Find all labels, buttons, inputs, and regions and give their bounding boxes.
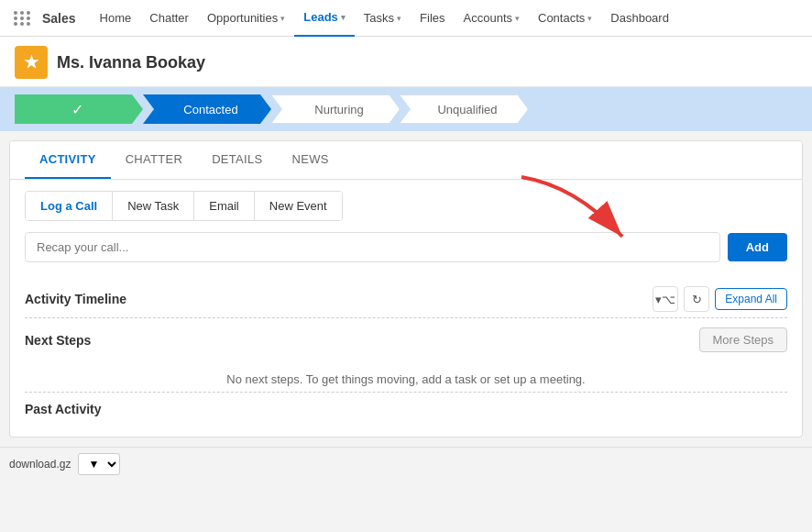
next-steps-section: Next Steps More Steps [25,317,787,361]
action-tabs: Log a Call New Task Email New Event [25,191,343,221]
recap-input-row: Add [25,232,787,262]
timeline-actions: ▾⌥ ↻ Expand All [653,286,787,312]
bottom-select[interactable]: ▼ [78,453,120,475]
past-activity-section: Past Activity [25,392,787,426]
tab-activity[interactable]: ACTIVITY [25,141,111,179]
nav-item-contacts[interactable]: Contacts ▾ [529,0,601,37]
add-button[interactable]: Add [728,233,787,261]
record-title: Ms. Ivanna Bookay [57,53,205,72]
activity-panel: Log a Call New Task Email New Event [10,180,802,437]
expand-all-button[interactable]: Expand All [715,288,787,310]
tab-chatter[interactable]: CHATTER [111,141,198,179]
nav-item-dashboard[interactable]: Dashboard [601,0,678,37]
more-steps-button[interactable]: More Steps [699,327,787,352]
next-steps-empty: No next steps. To get things moving, add… [25,361,787,392]
stage-unqualified[interactable]: Unqualified [400,94,528,124]
app-name: Sales [42,11,76,26]
past-activity-label: Past Activity [25,402,116,416]
chevron-down-icon: ▾ [515,14,520,23]
content-tabs: ACTIVITY CHATTER DETAILS NEWS [10,141,802,180]
timeline-title: Activity Timeline [25,292,126,306]
nav-item-files[interactable]: Files [411,0,454,37]
chevron-down-icon: ▾ [397,14,401,23]
filter-button[interactable]: ▾⌥ [653,286,678,312]
chevron-down-icon: ▾ [280,14,285,23]
tab-details[interactable]: DETAILS [197,141,277,179]
main-content: ACTIVITY CHATTER DETAILS NEWS Log a Call… [9,140,803,438]
record-header: ★ Ms. Ivanna Bookay [0,37,812,87]
input-area: Add [25,232,787,262]
action-tab-log-call[interactable]: Log a Call [26,192,113,220]
next-steps-label: Next Steps [25,333,116,348]
action-tab-new-task[interactable]: New Task [113,192,194,220]
nav-item-tasks[interactable]: Tasks ▾ [355,0,411,37]
nav-item-leads[interactable]: Leads ▾ [294,0,355,37]
stage-completed[interactable]: ✓ [15,94,143,124]
refresh-button[interactable]: ↻ [684,286,709,312]
nav-item-opportunities[interactable]: Opportunities ▾ [198,0,294,37]
nav-item-accounts[interactable]: Accounts ▾ [455,0,529,37]
stage-bar: ✓ Contacted Nurturing Unqualified [0,87,812,131]
chevron-down-icon: ▾ [587,14,592,23]
app-grid-icon[interactable] [7,4,37,33]
stage-contacted[interactable]: Contacted [143,94,271,124]
top-nav: Sales Home Chatter Opportunities ▾ Leads… [0,0,812,37]
action-tab-email[interactable]: Email [194,192,255,220]
chevron-down-icon: ▾ [341,13,346,22]
filter-icon: ▾⌥ [655,293,675,306]
timeline-header: Activity Timeline ▾⌥ ↻ Expand All [25,277,787,317]
bottom-filename: download.gz [9,458,71,471]
recap-input[interactable] [25,232,720,262]
stage-nurturing[interactable]: Nurturing [271,94,400,124]
action-tab-new-event[interactable]: New Event [255,192,342,220]
tab-news[interactable]: NEWS [277,141,343,179]
nav-item-home[interactable]: Home [91,0,141,37]
refresh-icon: ↻ [692,293,702,306]
nav-item-chatter[interactable]: Chatter [140,0,198,37]
nav-items: Home Chatter Opportunities ▾ Leads ▾ Tas… [91,0,805,37]
bottom-bar: download.gz ▼ [0,447,812,481]
record-icon: ★ [15,46,48,79]
